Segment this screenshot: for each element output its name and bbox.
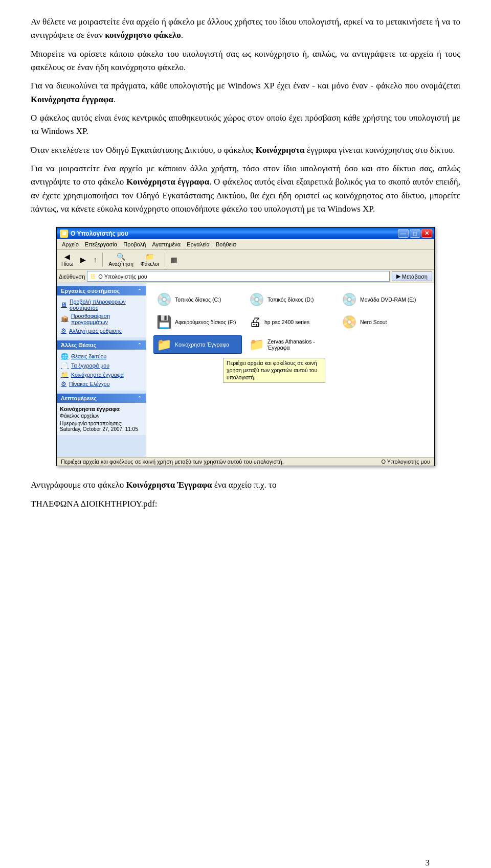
back-label: Πίσω xyxy=(61,261,73,267)
shared-docs-label: Κοινόχρηστα Έγγραφα xyxy=(175,341,229,348)
close-button[interactable]: ✕ xyxy=(421,229,432,238)
sysinfo-label: Προβολή πληροφοριών συστήματος xyxy=(70,299,142,311)
tasks-chevron: ⌃ xyxy=(138,288,142,293)
icon-shared-docs[interactable]: 📁 Κοινόχρηστα Έγγραφα xyxy=(153,335,242,354)
sidebar-link-sysinfo[interactable]: 🖥 Προβολή πληροφοριών συστήματος xyxy=(60,298,143,312)
windows-xp-window: 🖥 Ο Υπολογιστής μου — □ ✕ Αρχείο Επεξεργ… xyxy=(56,227,435,466)
menu-file[interactable]: Αρχείο xyxy=(59,240,82,248)
bold-text-2: Κοινόχρηστα έγγραφα xyxy=(31,95,114,104)
icon-nero[interactable]: 📀 Nero Scout xyxy=(339,313,427,331)
up-button[interactable]: ↑ xyxy=(91,254,99,265)
menubar: Αρχείο Επεξεργασία Προβολή Αγαπημένα Εργ… xyxy=(57,239,434,250)
icon-local-c[interactable]: 💿 Τοπικός δίσκος (C:) xyxy=(153,290,242,309)
addremove-label: Προσθαφαίρεση προγραμμάτων xyxy=(71,313,142,325)
dvd-icon: 💿 xyxy=(342,292,357,307)
date-label-text: Ημερομηνία τροποποίησης: xyxy=(60,421,122,426)
settings-label: Αλλαγή μιας ρύθμισης xyxy=(69,328,122,334)
titlebar-buttons: — □ ✕ xyxy=(398,229,432,238)
sidebar-places-header[interactable]: Άλλες Θέσεις ⌃ xyxy=(57,340,146,350)
menu-edit[interactable]: Επεξεργασία xyxy=(82,240,120,248)
menu-help[interactable]: Βοήθεια xyxy=(213,240,239,248)
back-icon: ◀ xyxy=(64,253,70,261)
titlebar-left: 🖥 Ο Υπολογιστής μου xyxy=(60,230,128,238)
up-icon: ↑ xyxy=(93,256,97,264)
search-button[interactable]: 🔍 Αναζήτηση xyxy=(106,251,136,268)
nero-icon: 📀 xyxy=(342,315,357,329)
forward-button[interactable]: ▶ xyxy=(78,254,88,265)
date-value: Saturday, October 27, 2007, 11:05 xyxy=(60,426,138,432)
controlpanel-icon: ⚙ xyxy=(61,380,66,387)
statusbar: Περιέχει αρχεία και φακέλους σε κοινή χρ… xyxy=(57,457,434,466)
addressbar: Διεύθυνση 🖥 Ο Υπολογιστής μου ▶ Μετάβαση xyxy=(57,270,434,283)
bottom-line-2: ΤΗΛΕΦΩΝΑ ΔΙΟΙΚΗΤΗΡΙΟΥ.pdf: xyxy=(31,497,460,511)
titlebar: 🖥 Ο Υπολογιστής μου — □ ✕ xyxy=(57,227,434,239)
details-subtitle: Φάκελος αρχείων xyxy=(60,413,143,419)
sidebar-link-addremove[interactable]: 📦 Προσθαφαίρεση προγραμμάτων xyxy=(60,312,143,326)
zervas-icon: 📁 xyxy=(249,337,264,352)
sidebar-tasks-header[interactable]: Εργασίες συστήματος ⌃ xyxy=(57,286,146,295)
window-icon: 🖥 xyxy=(60,230,68,238)
network-icon: 🌐 xyxy=(61,353,69,360)
views-button[interactable]: ▦ xyxy=(168,254,180,265)
details-date-label: Ημερομηνία τροποποίησης: Saturday, Octob… xyxy=(60,421,143,432)
sidebar-link-controlpanel[interactable]: ⚙ Πίνακας Ελέγχου xyxy=(60,379,143,389)
back-button[interactable]: ◀ Πίσω xyxy=(59,251,76,268)
sidebar-section-tasks: Εργασίες συστήματος ⌃ 🖥 Προβολή πληροφορ… xyxy=(57,286,146,337)
icon-printer[interactable]: 🖨 hp psc 2400 series xyxy=(246,313,334,331)
sidebar-link-mydocs[interactable]: 📄 Τα έγγραφά μου xyxy=(60,361,143,370)
icon-local-d[interactable]: 💿 Τοπικός δίσκος (D:) xyxy=(246,290,334,309)
sidebar-places-body: 🌐 Θέσεις δικτύου 📄 Τα έγγραφά μου 📁 Κοιν… xyxy=(57,350,146,391)
go-button[interactable]: ▶ Μετάβαση xyxy=(392,271,432,281)
toolbar-sep-2 xyxy=(165,253,165,267)
zervas-label: Zervas Athanasios - Έγγραφα xyxy=(267,338,331,351)
sidebar-tasks-body: 🖥 Προβολή πληροφοριών συστήματος 📦 Προσθ… xyxy=(57,295,146,337)
page-number: 3 xyxy=(426,858,430,868)
address-label: Διεύθυνση xyxy=(59,273,85,280)
places-chevron: ⌃ xyxy=(138,342,142,348)
icons-grid: 💿 Τοπικός δίσκος (C:) 💿 Τοπικός δίσκος (… xyxy=(151,288,429,356)
sidebar-section-details: Λεπτομέρειες ⌃ Κοινόχρηστα έγγραφα Φάκελ… xyxy=(57,394,146,435)
address-field[interactable]: 🖥 Ο Υπολογιστής μου xyxy=(87,271,390,282)
sidebar-details-header[interactable]: Λεπτομέρειες ⌃ xyxy=(57,394,146,403)
icon-dvd[interactable]: 💿 Μονάδα DVD-RAM (E:) xyxy=(339,290,427,309)
folder-tooltip: Περιέχει αρχεία και φακέλους σε κοινή χρ… xyxy=(223,358,325,383)
icon-removable-f[interactable]: 💾 Αφαιρούμενος δίσκος (F:) xyxy=(153,313,242,331)
nero-label: Nero Scout xyxy=(360,319,387,326)
go-label: Μετάβαση xyxy=(402,273,428,280)
menu-tools[interactable]: Εργαλεία xyxy=(184,240,213,248)
printer-icon: 🖨 xyxy=(249,315,261,329)
toolbar-sep-1 xyxy=(102,253,103,267)
removable-f-label: Αφαιρούμενος δίσκος (F:) xyxy=(175,319,236,326)
folders-label: Φάκελοι xyxy=(141,261,159,267)
views-icon: ▦ xyxy=(171,256,177,264)
printer-label: hp psc 2400 series xyxy=(264,319,309,326)
maximize-button[interactable]: □ xyxy=(410,229,420,238)
window-title: Ο Υπολογιστής μου xyxy=(71,230,128,237)
bottom-line-1: Αντιγράφουμε στο φάκελο Κοινόχρηστα Έγγρ… xyxy=(31,478,460,492)
page-content: Αν θέλετε να μοιραστείτε ένα αρχείο ή φά… xyxy=(31,15,460,216)
removable-f-icon: 💾 xyxy=(157,315,172,329)
bold-text-1: κοινόχρηστο φάκελο xyxy=(105,30,181,40)
menu-favorites[interactable]: Αγαπημένα xyxy=(149,240,184,248)
sysinfo-icon: 🖥 xyxy=(61,301,67,308)
sidebar-places-label: Άλλες Θέσεις xyxy=(61,342,96,348)
icon-zervas[interactable]: 📁 Zervas Athanasios - Έγγραφα xyxy=(246,335,334,354)
network-label: Θέσεις δικτύου xyxy=(71,353,106,359)
window-body: Εργασίες συστήματος ⌃ 🖥 Προβολή πληροφορ… xyxy=(57,283,434,457)
sidebar-link-network[interactable]: 🌐 Θέσεις δικτύου xyxy=(60,352,143,361)
paragraph-3: Για να διευκολύνει τα πράγματα, κάθε υπο… xyxy=(31,79,460,106)
toolbar: ◀ Πίσω ▶ ↑ 🔍 Αναζήτηση 📁 Φάκελοι ▦ xyxy=(57,250,434,270)
paragraph-6: Για να μοιραστείτε ένα αρχείο με κάποιον… xyxy=(31,162,460,216)
local-c-label: Τοπικός δίσκος (C:) xyxy=(175,296,221,303)
folders-icon: 📁 xyxy=(145,253,154,261)
menu-view[interactable]: Προβολή xyxy=(120,240,149,248)
folders-button[interactable]: 📁 Φάκελοι xyxy=(138,251,162,268)
bold-text-4: Κοινόχρηστα έγγραφα xyxy=(126,177,209,187)
sidebar-details-label: Λεπτομέρειες xyxy=(61,395,97,401)
sidebar-link-shared[interactable]: 📁 Κοινόχρηστα έγγραφα xyxy=(60,370,143,379)
minimize-button[interactable]: — xyxy=(398,229,409,238)
bold-text-3: Κοινόχρηστα xyxy=(256,145,305,155)
details-chevron: ⌃ xyxy=(138,396,142,401)
sidebar-link-settings[interactable]: ⚙ Αλλαγή μιας ρύθμισης xyxy=(60,326,143,335)
sidebar-tasks-label: Εργασίες συστήματος xyxy=(61,288,120,294)
